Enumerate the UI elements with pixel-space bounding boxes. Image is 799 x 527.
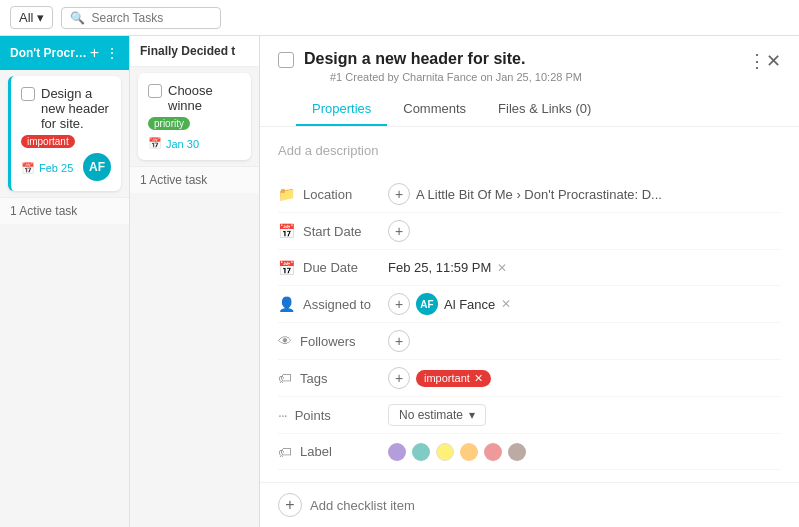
location-path: A Little Bit Of Me › Don't Procrastinate…: [416, 187, 662, 202]
prop-followers: 👁 Followers +: [278, 323, 781, 360]
points-dropdown[interactable]: No estimate ▾: [388, 404, 486, 426]
prop-points-value: No estimate ▾: [388, 404, 781, 426]
prop-location-label: 📁 Location: [278, 186, 388, 202]
prop-points: ··· Points No estimate ▾: [278, 397, 781, 434]
label-dot-brown[interactable]: [508, 443, 526, 461]
prop-followers-value: +: [388, 330, 781, 352]
points-value: No estimate: [399, 408, 463, 422]
detail-tabs: Properties Comments Files & Links (0): [278, 93, 781, 126]
followers-icon: 👁: [278, 333, 292, 349]
prop-assigned-value: + AF Al Fance ✕: [388, 293, 781, 315]
tab-files[interactable]: Files & Links (0): [482, 93, 607, 126]
prop-label: 🏷 Label: [278, 434, 781, 470]
detail-actions: ⋮ ✕: [740, 50, 781, 72]
detail-close-button[interactable]: ✕: [766, 50, 781, 72]
board-col-1: Don't Procrastinate: Do It Now! + ⋮ Desi…: [0, 36, 130, 527]
tag-chip-remove-button[interactable]: ✕: [474, 372, 483, 385]
task-detail-panel: Design a new header for site. #1 Created…: [260, 36, 799, 527]
detail-task-title: Design a new header for site.: [304, 50, 582, 68]
col1-header: Don't Procrastinate: Do It Now! + ⋮: [0, 36, 129, 70]
add-description[interactable]: Add a description: [278, 139, 781, 162]
tags-add-button[interactable]: +: [388, 367, 410, 389]
board-col-2: Finally Decided t Choose winne priority …: [130, 36, 259, 527]
checklist-add-button[interactable]: +: [278, 493, 302, 517]
search-input[interactable]: [91, 11, 212, 25]
task-title-1: Design a new header for site.: [21, 86, 111, 131]
board-panel: Don't Procrastinate: Do It Now! + ⋮ Desi…: [0, 36, 260, 527]
task-checkbox-2[interactable]: [148, 84, 162, 98]
prop-assigned-label: 👤 Assigned to: [278, 296, 388, 312]
label-dot-teal[interactable]: [412, 443, 430, 461]
prop-due-date-label: 📅 Due Date: [278, 260, 388, 276]
points-icon: ···: [278, 407, 287, 423]
start-date-icon: 📅: [278, 223, 295, 239]
due-date-text: Feb 25, 11:59 PM: [388, 260, 491, 275]
task-date-2: 📅 Jan 30: [148, 137, 241, 150]
col1-actions: + ⋮: [90, 44, 119, 62]
tag-chip-label: important: [424, 372, 470, 384]
tab-properties[interactable]: Properties: [296, 93, 387, 126]
prop-location: 📁 Location + A Little Bit Of Me › Don't …: [278, 176, 781, 213]
points-chevron-icon: ▾: [469, 408, 475, 422]
label-dot-orange[interactable]: [460, 443, 478, 461]
due-date-clear-button[interactable]: ✕: [497, 261, 507, 275]
assigned-remove-button[interactable]: ✕: [501, 297, 511, 311]
detail-title-row: Design a new header for site. #1 Created…: [278, 50, 781, 83]
tab-comments[interactable]: Comments: [387, 93, 482, 126]
col1-title: Don't Procrastinate: Do It Now!: [10, 46, 90, 60]
location-icon: 📁: [278, 186, 295, 202]
label-dot-yellow[interactable]: [436, 443, 454, 461]
tag-chip-important: important ✕: [416, 370, 491, 387]
followers-add-button[interactable]: +: [388, 330, 410, 352]
task-card-1[interactable]: Design a new header for site. important …: [8, 76, 121, 191]
col2-footer: 1 Active task: [130, 166, 259, 193]
col1-footer: 1 Active task: [0, 197, 129, 224]
col2-header: Finally Decided t: [130, 36, 259, 67]
prop-start-date-label: 📅 Start Date: [278, 223, 388, 239]
tags-icon: 🏷: [278, 370, 292, 386]
label-icon: 🏷: [278, 444, 292, 460]
detail-task-checkbox[interactable]: [278, 52, 294, 68]
task-avatar-1: AF: [83, 153, 111, 181]
location-add-button[interactable]: +: [388, 183, 410, 205]
prop-location-value: + A Little Bit Of Me › Don't Procrastina…: [388, 183, 781, 205]
detail-title: Design a new header for site. #1 Created…: [278, 50, 582, 83]
task-tag-1: important: [21, 131, 111, 149]
prop-due-date-value: Feb 25, 11:59 PM ✕: [388, 260, 781, 275]
task-checkbox-1[interactable]: [21, 87, 35, 101]
prop-followers-label: 👁 Followers: [278, 333, 388, 349]
prop-start-date-value: +: [388, 220, 781, 242]
checklist-input[interactable]: [310, 498, 781, 513]
detail-more-button[interactable]: ⋮: [748, 50, 766, 72]
col1-add-button[interactable]: +: [90, 44, 99, 62]
prop-assigned: 👤 Assigned to + AF Al Fance ✕: [278, 286, 781, 323]
assigned-add-button[interactable]: +: [388, 293, 410, 315]
task-date-1: 📅 Feb 25: [21, 162, 73, 175]
due-date-icon: 📅: [278, 260, 295, 276]
prop-due-date: 📅 Due Date Feb 25, 11:59 PM ✕: [278, 250, 781, 286]
task-tag-2: priority: [148, 113, 241, 131]
priority-tag-2: priority: [148, 117, 190, 130]
detail-body: Add a description 📁 Location + A Little …: [260, 127, 799, 482]
assigned-user-name: Al Fance: [444, 297, 495, 312]
top-bar: All ▾ 🔍: [0, 0, 799, 36]
detail-task-meta: #1 Created by Charnita Fance on Jan 25, …: [304, 71, 582, 83]
search-box[interactable]: 🔍: [61, 7, 221, 29]
start-date-add-button[interactable]: +: [388, 220, 410, 242]
prop-points-label: ··· Points: [278, 407, 388, 423]
col2-title: Finally Decided t: [140, 44, 249, 58]
calendar-icon-1: 📅: [21, 162, 35, 175]
assigned-icon: 👤: [278, 296, 295, 312]
label-dot-red[interactable]: [484, 443, 502, 461]
prop-label-label: 🏷 Label: [278, 444, 388, 460]
all-filter-button[interactable]: All ▾: [10, 6, 53, 29]
task-title-2: Choose winne: [148, 83, 241, 113]
label-dots: [388, 443, 526, 461]
prop-tags-value: + important ✕: [388, 367, 781, 389]
col1-more-button[interactable]: ⋮: [105, 45, 119, 61]
label-dot-purple[interactable]: [388, 443, 406, 461]
important-tag-1: important: [21, 135, 75, 148]
prop-tags-label: 🏷 Tags: [278, 370, 388, 386]
assigned-avatar: AF: [416, 293, 438, 315]
task-card-2[interactable]: Choose winne priority 📅 Jan 30: [138, 73, 251, 160]
